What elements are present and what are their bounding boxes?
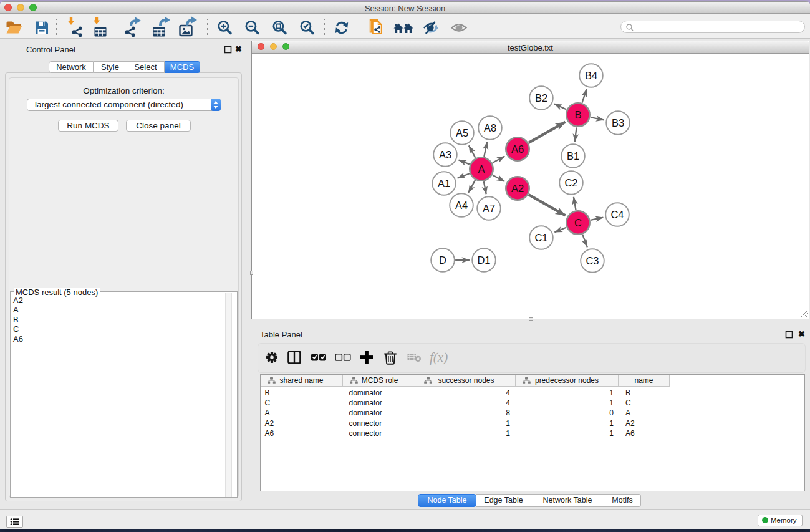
svg-text:A7: A7: [483, 202, 495, 213]
svg-text:B2: B2: [535, 92, 547, 103]
svg-text:C3: C3: [586, 254, 599, 266]
svg-text:C1: C1: [534, 231, 547, 243]
svg-text:B: B: [574, 109, 581, 120]
svg-text:D: D: [439, 254, 446, 265]
svg-text:f(x): f(x): [430, 350, 448, 365]
svg-text:A: A: [478, 163, 485, 174]
svg-text:B4: B4: [585, 69, 597, 80]
svg-text:A3: A3: [439, 148, 451, 160]
svg-text:D1: D1: [477, 254, 490, 265]
svg-text:C4: C4: [610, 208, 624, 220]
svg-text:A6: A6: [511, 143, 524, 154]
svg-text:C: C: [574, 216, 582, 228]
svg-text:A8: A8: [484, 122, 496, 133]
svg-text:A2: A2: [511, 182, 524, 193]
svg-text:A4: A4: [455, 199, 468, 210]
svg-text:A1: A1: [438, 177, 450, 188]
svg-text:C2: C2: [564, 177, 577, 188]
svg-text:B3: B3: [612, 117, 624, 128]
svg-text:B1: B1: [567, 150, 579, 161]
svg-text:A5: A5: [456, 127, 468, 138]
